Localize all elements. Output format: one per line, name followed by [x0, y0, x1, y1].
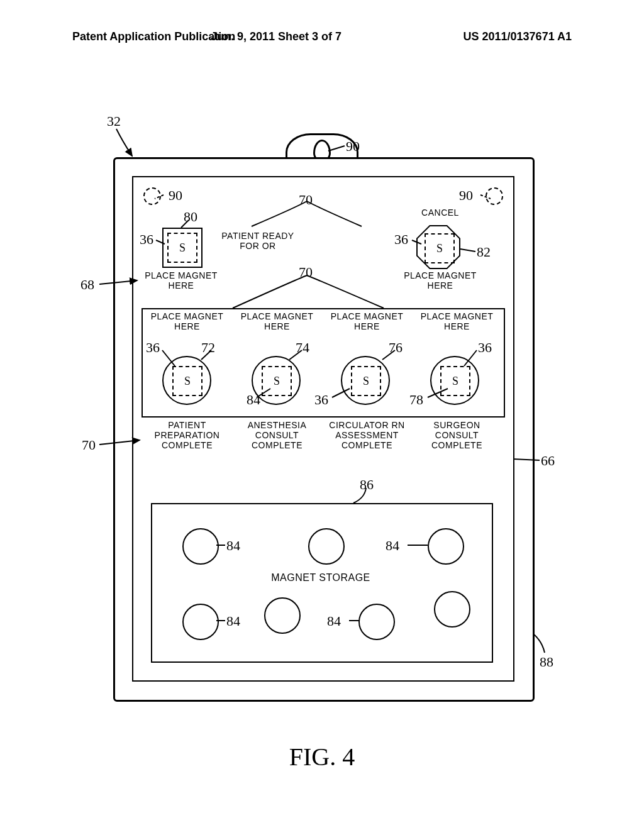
mount-hole-right [486, 187, 503, 205]
ref-36b: 36 [394, 231, 408, 248]
s-label: S [452, 375, 458, 387]
mount-hole-left [143, 187, 161, 205]
ref-32: 32 [107, 113, 121, 130]
pm3: PLACE MAGNET HERE [321, 311, 413, 331]
store-84-2 [308, 528, 345, 565]
store-84-6 [358, 604, 395, 640]
s-78: S [440, 366, 470, 396]
pm-here-left: PLACE MAGNET HERE [137, 270, 225, 290]
ref-70b: 70 [299, 264, 313, 280]
s-label: S [179, 241, 186, 254]
ready-switch: S [167, 233, 197, 263]
pm2: PLACE MAGNET HERE [231, 311, 323, 331]
ref-82: 82 [477, 244, 491, 260]
cancel-switch: S [425, 233, 455, 263]
s-72: S [172, 366, 203, 396]
title-c1: PATIENT PREPARATION COMPLETE [142, 420, 233, 450]
ref-88: 88 [540, 654, 553, 670]
store-84-1 [182, 528, 219, 565]
ref-72: 72 [201, 340, 215, 356]
ref-76: 76 [389, 340, 402, 356]
s-74: S [262, 366, 292, 396]
patient-ready-label: PATIENT READY FOR OR [208, 231, 308, 251]
ref-36c: 36 [146, 340, 160, 356]
magnet-storage-label: MAGNET STORAGE [151, 572, 491, 584]
ref-36a: 36 [140, 231, 153, 248]
figure-label: FIG. 4 [0, 742, 644, 772]
title-c4: SURGEON CONSULT COMPLETE [411, 420, 502, 450]
ref-66: 66 [541, 453, 555, 469]
ref-84s2: 84 [386, 538, 399, 554]
pm4: PLACE MAGNET HERE [411, 311, 502, 331]
s-label: S [363, 375, 369, 387]
ref-84row1: 84 [247, 392, 260, 408]
ref-86: 86 [360, 477, 374, 493]
store-84-3 [428, 528, 464, 565]
s-label: S [184, 375, 191, 387]
page: Patent Application Publication Jun. 9, 2… [0, 0, 644, 830]
cancel-label: CANCEL [415, 208, 465, 218]
header-mid: Jun. 9, 2011 Sheet 3 of 7 [211, 30, 341, 43]
ref-90b: 90 [169, 187, 182, 204]
pm-here-right: PLACE MAGNET HERE [396, 270, 484, 290]
ref-84s3: 84 [226, 613, 240, 629]
ref-90a: 90 [346, 138, 360, 155]
header-right: US 2011/0137671 A1 [464, 30, 572, 43]
s-label: S [436, 242, 443, 255]
ref-84s4: 84 [327, 613, 341, 629]
ref-68: 68 [80, 277, 94, 293]
ref-78: 78 [409, 392, 423, 408]
store-84-4 [182, 604, 219, 640]
ref-74: 74 [296, 340, 309, 356]
title-c2: ANESTHESIA CONSULT COMPLETE [231, 420, 323, 450]
ref-80: 80 [184, 209, 197, 225]
ref-84s1: 84 [226, 538, 240, 554]
store-84-7 [434, 591, 470, 628]
store-84-5 [264, 597, 301, 634]
ref-36e: 36 [314, 392, 328, 408]
ref-90c: 90 [459, 187, 473, 204]
title-c3: CIRCULATOR RN ASSESSMENT COMPLETE [321, 420, 413, 450]
s-label: S [274, 375, 280, 387]
ref-36d: 36 [478, 340, 492, 356]
s-76: S [351, 366, 381, 396]
pm1: PLACE MAGNET HERE [142, 311, 233, 331]
ref-70c: 70 [82, 437, 96, 453]
ref-70a: 70 [299, 192, 313, 208]
